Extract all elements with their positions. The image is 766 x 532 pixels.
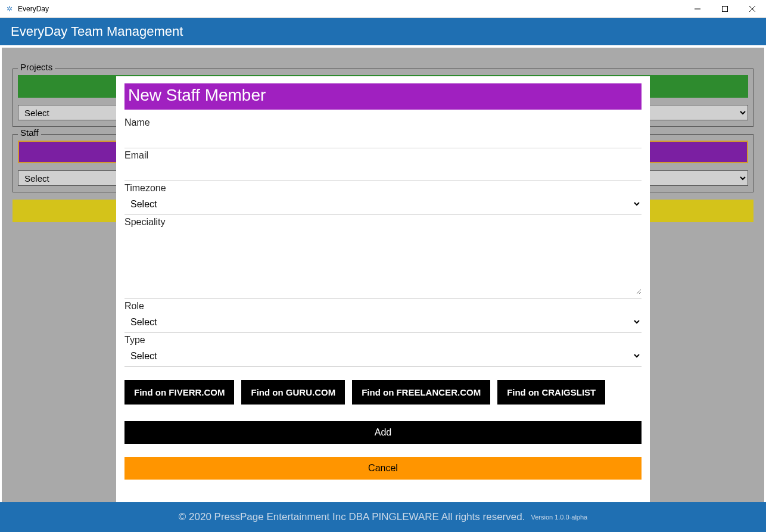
window-title: EveryDay <box>18 5 49 13</box>
maximize-button[interactable] <box>711 0 739 17</box>
cancel-button[interactable]: Cancel <box>124 457 642 480</box>
app-icon: ✲ <box>5 4 14 14</box>
add-button[interactable]: Add <box>124 421 642 444</box>
type-label: Type <box>124 335 642 346</box>
email-input[interactable] <box>124 162 642 179</box>
footer-version: Version 1.0.0-alpha <box>531 514 587 521</box>
email-label: Email <box>124 150 642 161</box>
find-guru-button[interactable]: Find on GURU.COM <box>241 380 345 405</box>
modal-title: New Staff Member <box>124 83 642 110</box>
type-select[interactable]: Select <box>124 347 642 365</box>
find-freelancer-button[interactable]: Find on FREELANCER.COM <box>352 380 490 405</box>
type-group: Type Select <box>124 333 642 367</box>
footer-copyright: © 2020 PressPage Entertainment Inc DBA P… <box>179 511 525 523</box>
svg-rect-1 <box>723 6 728 11</box>
close-button[interactable] <box>739 0 766 17</box>
window-titlebar: ✲ EveryDay <box>0 0 766 18</box>
staff-legend: Staff <box>18 127 41 138</box>
speciality-label: Speciality <box>124 217 642 228</box>
speciality-textarea[interactable] <box>124 229 642 294</box>
name-input[interactable] <box>124 129 642 146</box>
app-header-title: EveryDay Team Management <box>11 24 183 39</box>
find-fiverr-button[interactable]: Find on FIVERR.COM <box>124 380 234 405</box>
projects-legend: Projects <box>18 62 55 72</box>
find-button-row: Find on FIVERR.COM Find on GURU.COM Find… <box>124 380 642 405</box>
role-group: Role Select <box>124 299 642 333</box>
speciality-group: Speciality <box>124 215 642 299</box>
role-select[interactable]: Select <box>124 313 642 331</box>
new-staff-modal: New Staff Member Name Email Timezone Sel… <box>116 76 650 502</box>
email-group: Email <box>124 148 642 181</box>
timezone-select[interactable]: Select <box>124 195 642 213</box>
app-header: EveryDay Team Management <box>0 18 766 45</box>
footer: © 2020 PressPage Entertainment Inc DBA P… <box>0 502 766 532</box>
timezone-group: Timezone Select <box>124 181 642 215</box>
find-craigslist-button[interactable]: Find on CRAIGSLIST <box>497 380 605 405</box>
minimize-button[interactable] <box>684 0 711 17</box>
role-label: Role <box>124 301 642 312</box>
timezone-label: Timezone <box>124 183 642 194</box>
name-label: Name <box>124 117 642 128</box>
name-group: Name <box>124 116 642 148</box>
